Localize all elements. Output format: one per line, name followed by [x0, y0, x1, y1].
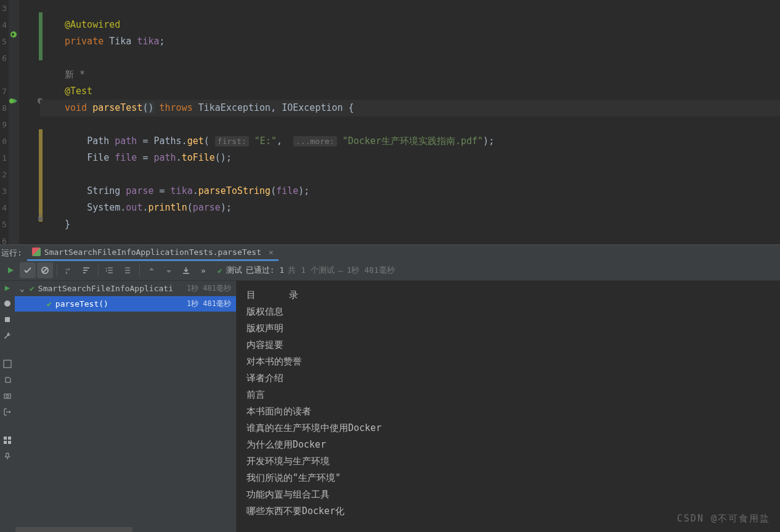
tool-strip: ▶ — [0, 281, 15, 532]
wrench-icon[interactable] — [2, 330, 13, 341]
close-tab-icon[interactable]: × — [265, 248, 274, 257]
sort-duration-button[interactable] — [78, 262, 94, 278]
svg-rect-14 — [4, 441, 7, 444]
line-number — [0, 66, 7, 83]
console-line: 功能内置与组合工具 — [246, 486, 770, 503]
string: "E:" — [254, 135, 277, 147]
test-duration: 1秒 481毫秒 — [187, 299, 231, 309]
run-icon[interactable]: ▶ — [2, 282, 13, 293]
console-line: 内容提要 — [246, 337, 770, 353]
line-number: 7 — [0, 83, 7, 100]
tab-title: SmartSearchFileInfoApplicationTests.pars… — [44, 248, 261, 257]
code-content[interactable]: @Autowired private Tika tika; 新 * @Test … — [40, 0, 780, 244]
paren: ( — [270, 185, 276, 196]
type: Tika — [109, 36, 131, 47]
change-gutter — [19, 0, 40, 244]
gutter-icons — [9, 0, 19, 244]
annotation: @Autowired — [65, 19, 120, 30]
pass-icon: ✔ — [30, 284, 35, 293]
console-line: 谁真的在生产环境中使用Docker — [246, 420, 770, 437]
line-number: 4 — [0, 17, 7, 33]
annotation: @Test — [65, 86, 92, 97]
type: File — [87, 152, 109, 163]
console-line: 我们所说的"生产环境" — [246, 470, 770, 486]
dot: . — [120, 202, 126, 213]
collapse-all-button[interactable] — [120, 262, 136, 278]
punctuation: , — [270, 102, 276, 113]
grid-icon[interactable] — [2, 435, 13, 446]
line-number: 0 — [0, 133, 7, 150]
semicolon: ; — [489, 135, 494, 147]
line-number: 5 — [0, 33, 7, 50]
test-tree-root[interactable]: ⌄ ✔ SmartSearchFileInfoApplicati 1秒 481毫… — [15, 281, 236, 296]
paren: ) — [483, 135, 489, 147]
exit-icon[interactable] — [2, 406, 13, 417]
test-tree: ⌄ ✔ SmartSearchFileInfoApplicati 1秒 481毫… — [15, 281, 237, 532]
class: System — [87, 202, 120, 213]
next-failed-button[interactable] — [161, 262, 177, 278]
sort-alpha-button[interactable]: ↓az — [61, 262, 77, 278]
export-button[interactable] — [178, 262, 194, 278]
test-duration: 1秒 481毫秒 — [187, 283, 231, 294]
status-text: 测试 — [226, 265, 242, 276]
operator: = — [142, 152, 148, 163]
console-line: 本书面向的读者 — [246, 403, 770, 420]
paren: ( — [187, 202, 193, 213]
svg-point-11 — [6, 395, 9, 398]
dot: . — [182, 135, 187, 147]
line-number: 2 — [0, 166, 7, 183]
pin-icon[interactable] — [2, 451, 13, 462]
brace: } — [65, 219, 70, 230]
test-tree-item[interactable]: ✔ parseTest() 1秒 481毫秒 — [15, 296, 236, 312]
type: String — [87, 185, 120, 196]
rerun-button[interactable] — [2, 262, 18, 278]
method-call: parseToString — [198, 185, 270, 196]
operator: = — [160, 185, 165, 196]
run-config-tab[interactable]: SmartSearchFileInfoApplicationTests.pars… — [27, 245, 278, 261]
method-call: get — [187, 135, 204, 147]
layout-icon[interactable] — [2, 358, 13, 369]
bean-icon[interactable] — [9, 30, 18, 39]
horizontal-scrollbar[interactable] — [15, 527, 132, 532]
variable: path — [115, 135, 137, 147]
run-label: 运行: — [1, 248, 27, 259]
more-button[interactable]: » — [195, 262, 211, 278]
test-status: ✔ 测试 已通过: 1共 1 个测试 – 1秒 481毫秒 — [217, 265, 395, 276]
bottom-panel: ▶ ⌄ ✔ SmartSearchFileInfoApplicati 1秒 48… — [0, 281, 780, 532]
argument: parse — [193, 202, 221, 213]
field-ref: tika — [171, 185, 193, 196]
dot: . — [176, 152, 182, 163]
svg-rect-9 — [4, 360, 11, 368]
variable: file — [115, 152, 137, 163]
stop-icon[interactable] — [2, 314, 13, 325]
console-output[interactable]: 目 录 版权信息 版权声明 内容提要 对本书的赞誉 译者介绍 前言 本书面向的读… — [237, 281, 780, 532]
keyword: throws — [160, 102, 193, 113]
camera-icon[interactable] — [2, 390, 13, 401]
chevron-down-icon[interactable]: ⌄ — [20, 284, 26, 293]
line-number: 3 — [0, 183, 7, 200]
show-ignored-button[interactable] — [37, 262, 53, 278]
expand-all-button[interactable] — [102, 262, 118, 278]
parentheses: () — [142, 102, 153, 113]
type: IOException — [282, 102, 343, 113]
prev-failed-button[interactable] — [144, 262, 160, 278]
method-name: parseTest — [92, 102, 142, 113]
debug-icon[interactable] — [2, 298, 13, 309]
field: tika — [137, 36, 159, 47]
line-number: 3 — [0, 0, 7, 17]
code-editor: 3 4 5 6 7 8 9 0 1 2 3 4 5 6 @Autowired p… — [0, 0, 780, 244]
svg-rect-13 — [8, 437, 11, 440]
status-dash: – — [338, 266, 343, 275]
line-number: 9 — [0, 116, 7, 133]
console-line: 前言 — [246, 387, 770, 403]
run-test-icon[interactable] — [9, 96, 18, 106]
method-call: println — [148, 202, 187, 213]
variable-ref: path — [154, 152, 176, 163]
console-line: 对本书的赞誉 — [246, 353, 770, 370]
dump-icon[interactable] — [2, 374, 13, 385]
show-passed-button[interactable] — [20, 262, 36, 278]
type: TikaException — [198, 102, 270, 113]
line-number: 5 — [0, 216, 7, 233]
operator: = — [142, 135, 148, 147]
punctuation: ; — [160, 36, 165, 47]
